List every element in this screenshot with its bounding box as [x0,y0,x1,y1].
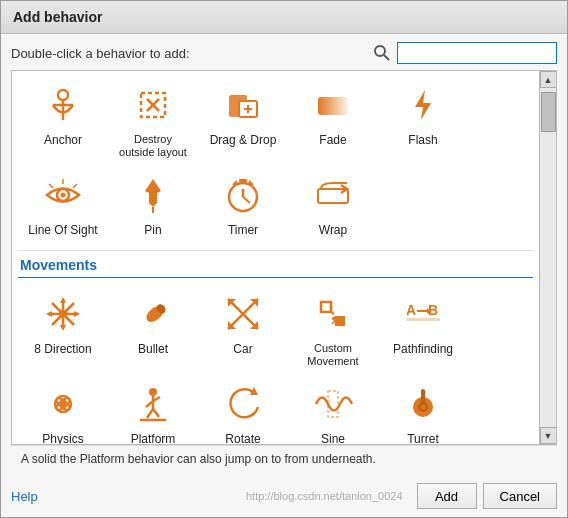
flash-icon [399,81,447,129]
behavior-pin[interactable]: Pin [108,165,198,243]
pathfinding-label: Pathfinding [393,342,453,356]
rotate-icon [219,380,267,428]
svg-point-53 [60,401,66,407]
search-icon [373,44,391,62]
svg-line-1 [384,55,389,60]
flash-label: Flash [408,133,437,147]
svg-point-0 [375,46,385,56]
svg-point-54 [149,388,157,396]
bottom-row: Help http://blog.csdn.net/tanlon_0024 Ad… [1,477,567,517]
behavior-physics[interactable]: Physics [18,374,108,444]
bullet-label: Bullet [138,342,168,356]
destroy-outside-label: Destroyoutside layout [119,133,187,159]
custom-movement-label: CustomMovement [307,342,358,368]
behavior-timer[interactable]: Timer [198,165,288,243]
8direction-label: 8 Direction [34,342,91,356]
svg-point-2 [58,90,68,100]
scroll-track[interactable] [540,88,557,427]
turret-icon [399,380,447,428]
dialog-body: Double-click a behavior to add: [1,34,567,477]
behavior-car[interactable]: Car [198,284,288,374]
behavior-drag-drop[interactable]: Drag & Drop [198,75,288,165]
behavior-8direction[interactable]: 8 Direction [18,284,108,374]
fade-label: Fade [319,133,346,147]
svg-marker-13 [415,90,431,120]
car-icon [219,290,267,338]
scroll-down-arrow[interactable]: ▼ [540,427,557,444]
add-button[interactable]: Add [417,483,477,509]
items-scroll[interactable]: Anchor Destroyoutside layout [12,71,539,444]
dialog-title: Add behavior [1,1,567,34]
anchor-label: Anchor [44,133,82,147]
line-of-sight-icon [39,171,87,219]
behavior-rotate[interactable]: Rotate [198,374,288,444]
svg-rect-12 [318,97,348,115]
svg-marker-35 [74,311,80,317]
fade-icon [309,81,357,129]
behavior-sine[interactable]: Sine [288,374,378,444]
svg-line-18 [49,184,53,188]
timer-label: Timer [228,223,258,237]
svg-line-22 [243,197,250,203]
movements-grid: 8 Direction Bullet [18,284,533,444]
wrap-icon [309,171,357,219]
movements-section: Movements [18,255,533,444]
behavior-platform[interactable]: Platform [108,374,198,444]
rotate-label: Rotate [225,432,260,444]
svg-marker-33 [60,325,66,331]
help-link[interactable]: Help [11,489,38,504]
behavior-flash[interactable]: Flash [378,75,468,165]
behavior-bullet[interactable]: Bullet [108,284,198,374]
behavior-custom-movement[interactable]: CustomMovement [288,284,378,374]
behavior-anchor[interactable]: Anchor [18,75,108,165]
svg-marker-32 [60,297,66,303]
sine-icon [309,380,357,428]
svg-text:A: A [406,302,416,318]
status-bar: A solid the Platform behavior can also j… [11,445,557,473]
svg-point-15 [61,193,66,198]
drag-drop-label: Drag & Drop [210,133,277,147]
scroll-up-arrow[interactable]: ▲ [540,71,557,88]
behavior-pathfinding[interactable]: A B Pathfinding [378,284,468,374]
status-text: A solid the Platform behavior can also j… [21,452,376,466]
physics-icon [39,380,87,428]
destroy-outside-icon [129,81,177,129]
svg-rect-49 [406,318,440,321]
behavior-fade[interactable]: Fade [288,75,378,165]
anchor-icon [39,81,87,129]
search-label: Double-click a behavior to add: [11,46,190,61]
bullet-icon [129,290,177,338]
turret-label: Turret [407,432,439,444]
content-area: Anchor Destroyoutside layout [11,70,557,445]
search-row: Double-click a behavior to add: [11,42,557,64]
scroll-thumb[interactable] [541,92,556,132]
pathfinding-icon: A B [399,290,447,338]
sine-label: Sine [321,432,345,444]
svg-marker-34 [46,311,52,317]
behavior-wrap[interactable]: Wrap [288,165,378,243]
url-text: http://blog.csdn.net/tanlon_0024 [246,490,403,502]
svg-point-31 [59,310,67,318]
search-input[interactable] [397,42,557,64]
movements-section-title: Movements [18,255,533,278]
search-icon-wrap [373,44,391,62]
svg-point-66 [421,405,426,410]
svg-rect-62 [328,391,338,417]
svg-rect-23 [239,179,247,182]
platform-label: Platform [131,432,176,444]
svg-line-59 [153,409,159,417]
scrollbar[interactable]: ▲ ▼ [539,71,556,444]
physics-label: Physics [42,432,83,444]
add-behavior-dialog: Add behavior Double-click a behavior to … [0,0,568,518]
line-of-sight-label: Line Of Sight [28,223,97,237]
behavior-turret[interactable]: Turret [378,374,468,444]
behavior-line-of-sight[interactable]: Line Of Sight [18,165,108,243]
svg-line-17 [73,184,77,188]
timer-icon [219,171,267,219]
svg-line-58 [147,409,153,418]
custom-movement-icon [309,290,357,338]
drag-drop-icon [219,81,267,129]
cancel-button[interactable]: Cancel [483,483,557,509]
behavior-destroy-outside[interactable]: Destroyoutside layout [108,75,198,165]
8direction-icon [39,290,87,338]
